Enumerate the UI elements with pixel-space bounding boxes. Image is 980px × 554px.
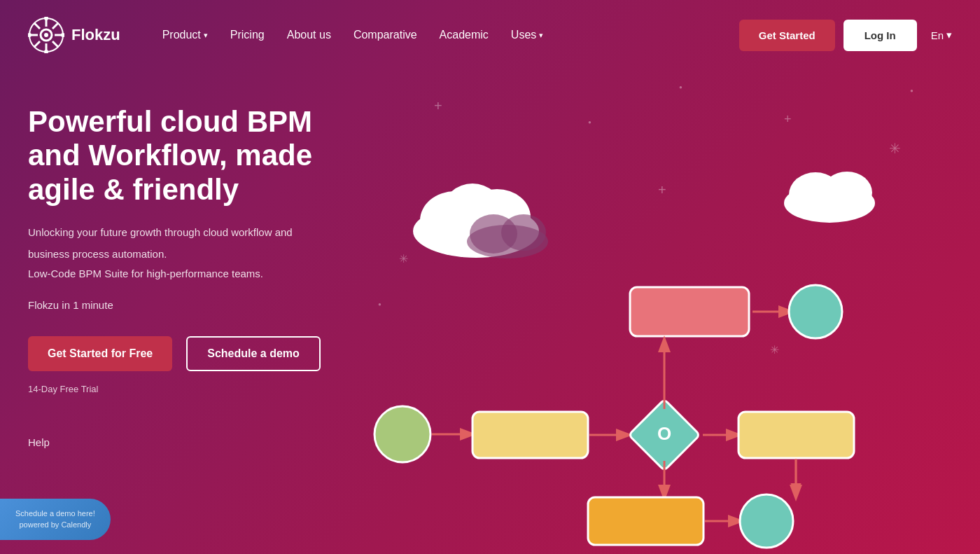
- cloud-small-right: [777, 161, 882, 224]
- svg-point-13: [28, 33, 31, 37]
- trial-label: 14-Day Free Trial: [28, 384, 364, 394]
- schedule-demo-button[interactable]: Schedule a demo: [186, 336, 321, 371]
- deco-dot3: ●: [910, 88, 913, 94]
- hero-buttons: Get Started for Free Schedule a demo: [28, 336, 364, 371]
- navbar: Flokzu Product ▾ Pricing About us Compar…: [0, 0, 980, 70]
- svg-line-8: [52, 41, 58, 47]
- nav-get-started-button[interactable]: Get Started: [739, 20, 835, 51]
- logo[interactable]: Flokzu: [28, 17, 120, 53]
- help-link[interactable]: Help: [28, 436, 364, 448]
- nav-login-button[interactable]: Log In: [844, 20, 917, 51]
- deco-dot1: ●: [588, 119, 592, 125]
- svg-point-36: [740, 494, 793, 548]
- calendly-line1: Schedule a demo here!: [15, 508, 95, 519]
- chevron-down-icon-lang: ▾: [946, 29, 952, 41]
- hero-minute: Flokzu in 1 minute: [28, 299, 364, 311]
- deco-plus: +: [434, 98, 442, 114]
- chevron-down-icon: ▾: [204, 31, 208, 40]
- hero-tagline: Low-Code BPM Suite for high-performance …: [28, 268, 364, 279]
- hero-section: Powerful cloud BPM and Workflow, made ag…: [0, 70, 980, 554]
- svg-point-12: [44, 50, 48, 53]
- svg-point-14: [61, 33, 64, 37]
- svg-point-30: [374, 406, 430, 462]
- hero-subtitle-1: Unlocking your future growth through clo…: [28, 223, 364, 242]
- nav-product[interactable]: Product ▾: [162, 29, 208, 41]
- svg-rect-31: [472, 412, 588, 458]
- hero-title: Powerful cloud BPM and Workflow, made ag…: [28, 105, 364, 207]
- svg-line-7: [34, 23, 40, 29]
- hero-left: Powerful cloud BPM and Workflow, made ag…: [28, 77, 364, 554]
- svg-rect-28: [630, 287, 749, 336]
- logo-icon: [28, 17, 64, 53]
- deco-dot2: ●: [679, 84, 682, 90]
- deco-asterisk1: ✳: [889, 140, 901, 157]
- hero-subtitle-2: business process automation.: [28, 245, 364, 263]
- chevron-down-icon-uses: ▾: [539, 31, 543, 40]
- calendly-line2: powered by Calendly: [15, 520, 95, 530]
- get-started-free-button[interactable]: Get Started for Free: [28, 336, 172, 371]
- brand-name: Flokzu: [71, 26, 120, 44]
- svg-rect-35: [588, 497, 704, 545]
- nav-about[interactable]: About us: [287, 29, 331, 41]
- svg-point-2: [44, 33, 48, 37]
- svg-text:O: O: [657, 423, 671, 444]
- calendly-button[interactable]: Schedule a demo here! powered by Calendl…: [0, 499, 111, 540]
- svg-point-21: [822, 172, 872, 214]
- nav-pricing[interactable]: Pricing: [230, 29, 265, 41]
- nav-comparative[interactable]: Comparative: [354, 29, 417, 41]
- deco-plus2: +: [784, 112, 792, 127]
- nav-academic[interactable]: Academic: [440, 29, 489, 41]
- nav-uses[interactable]: Uses ▾: [511, 29, 543, 41]
- svg-point-29: [789, 285, 842, 338]
- svg-point-11: [44, 17, 48, 20]
- svg-line-10: [34, 41, 40, 47]
- hero-diagram: + ● ● + ● + ✳ ✳ ● ● ✳ + + ● ●: [364, 77, 952, 554]
- deco-plus4: +: [658, 182, 666, 198]
- nav-links: Product ▾ Pricing About us Comparative A…: [162, 29, 739, 41]
- language-selector[interactable]: En ▾: [931, 29, 952, 41]
- nav-actions: Get Started Log In En ▾: [739, 20, 952, 51]
- workflow-diagram: O: [364, 231, 980, 554]
- svg-rect-34: [738, 412, 854, 458]
- svg-line-9: [52, 23, 58, 29]
